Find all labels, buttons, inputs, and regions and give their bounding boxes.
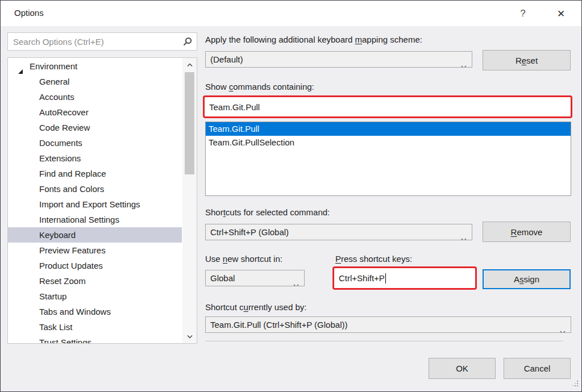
tree-item-label: Preview Features <box>39 245 106 255</box>
use-new-shortcut-label: Use new shortcut in: <box>205 254 282 264</box>
tree-item-documents[interactable]: Documents <box>8 135 182 151</box>
tree-item-extensions[interactable]: Extensions <box>8 151 182 166</box>
mapping-scheme-value: (Default) <box>210 55 243 64</box>
tree-item-label: Fonts and Colors <box>39 184 104 194</box>
tree-item-label: AutoRecover <box>39 107 89 117</box>
close-button[interactable]: ✕ <box>551 5 571 22</box>
ok-button[interactable]: OK <box>429 358 496 379</box>
pressed-keys-annotation-box: Ctrl+Shift+P <box>332 266 477 290</box>
tree-item-code-review[interactable]: Code Review <box>8 120 182 135</box>
text-caret <box>385 273 386 283</box>
tree-item-reset-zoom[interactable]: Reset Zoom <box>8 273 182 289</box>
search-input[interactable] <box>8 33 182 50</box>
tree-item-label: Code Review <box>39 123 90 132</box>
tree-item-startup[interactable]: Startup <box>8 289 182 304</box>
list-item-team-git-pull[interactable]: Team.Git.Pull <box>206 122 571 136</box>
tree-item-label: Find and Replace <box>39 169 106 178</box>
options-tree: Environment General Accounts AutoRecover… <box>7 57 197 344</box>
help-icon: ? <box>520 8 525 19</box>
currently-used-value: Team.Git.Pull (Ctrl+Shift+P (Global)) <box>210 320 347 330</box>
tree-item-fonts-and-colors[interactable]: Fonts and Colors <box>8 181 182 197</box>
titlebar: Options ? ✕ <box>1 1 581 26</box>
cancel-button[interactable]: Cancel <box>504 358 571 379</box>
tree-item-label: Task List <box>39 322 72 332</box>
search-icon[interactable] <box>182 37 192 48</box>
tree-item-environment[interactable]: Environment <box>8 59 182 74</box>
tree-item-label: Trust Settings <box>39 337 92 344</box>
tree-item-keyboard[interactable]: Keyboard <box>8 227 182 243</box>
tree-item-find-and-replace[interactable]: Find and Replace <box>8 166 182 181</box>
pressed-keys-input[interactable]: Ctrl+Shift+P <box>339 268 386 288</box>
tree-item-label: Environment <box>30 61 77 71</box>
scope-combobox[interactable]: Global <box>205 270 305 286</box>
window-title: Options <box>14 8 44 18</box>
tree-item-label: Reset Zoom <box>39 276 86 286</box>
resize-grip-icon[interactable] <box>572 379 579 389</box>
shortcuts-value: Ctrl+Shift+P (Global) <box>210 227 289 237</box>
tree-item-label: Accounts <box>39 92 74 102</box>
shortcuts-for-label: Shortcuts for selected command: <box>205 207 330 217</box>
tree-item-label: Startup <box>39 291 66 301</box>
chevron-down-icon <box>560 323 566 333</box>
tree-item-label: General <box>39 77 69 86</box>
tree-scrollbar[interactable] <box>182 58 197 343</box>
tree-item-task-list[interactable]: Task List <box>8 319 182 335</box>
tree-item-label: Import and Export Settings <box>39 199 140 209</box>
scrollbar-up-icon[interactable] <box>182 59 197 70</box>
chevron-down-icon <box>293 277 299 286</box>
scrollbar-thumb[interactable] <box>185 72 194 174</box>
commands-filter-annotation-box: Team.Git.Pull <box>203 95 572 118</box>
mapping-scheme-label: Apply the following additional keyboard … <box>205 35 422 44</box>
list-item-team-git-pullselection[interactable]: Team.Git.PullSelection <box>206 136 571 149</box>
assign-button[interactable]: Assign <box>483 269 571 289</box>
close-icon: ✕ <box>557 8 565 20</box>
tree-item-accounts[interactable]: Accounts <box>8 89 182 105</box>
currently-used-combobox[interactable]: Team.Git.Pull (Ctrl+Shift+P (Global)) <box>205 316 571 333</box>
help-button[interactable]: ? <box>513 5 533 22</box>
scrollbar-down-icon[interactable] <box>182 331 197 342</box>
commands-filter-input[interactable]: Team.Git.Pull <box>209 97 260 116</box>
chevron-down-icon <box>461 58 467 68</box>
tree-rows: Environment General Accounts AutoRecover… <box>8 59 182 344</box>
tree-item-label: Product Updates <box>39 261 103 270</box>
options-dialog: Options ? ✕ Environment General A <box>0 0 582 392</box>
press-shortcut-keys-label: Press shortcut keys: <box>335 254 412 264</box>
tree-item-label: Tabs and Windows <box>39 307 111 316</box>
tree-item-international-settings[interactable]: International Settings <box>8 212 182 227</box>
reset-button[interactable]: Reset <box>483 50 571 70</box>
chevron-down-icon <box>461 231 467 240</box>
tree-item-trust-settings[interactable]: Trust Settings <box>8 335 182 344</box>
currently-used-label: Shortcut currently used by: <box>205 302 306 312</box>
shortcuts-combobox[interactable]: Ctrl+Shift+P (Global) <box>205 224 472 240</box>
tree-item-label: International Settings <box>39 215 119 224</box>
tree-item-import-export-settings[interactable]: Import and Export Settings <box>8 197 182 212</box>
scope-value: Global <box>210 273 235 283</box>
mapping-scheme-combobox[interactable]: (Default) <box>205 51 472 68</box>
tree-item-product-updates[interactable]: Product Updates <box>8 258 182 273</box>
show-commands-label: Show commands containing: <box>205 82 314 91</box>
tree-item-general[interactable]: General <box>8 74 182 89</box>
search-box <box>7 32 197 51</box>
tree-item-label: Keyboard <box>39 230 76 240</box>
horizontal-divider <box>205 341 563 342</box>
tree-item-tabs-and-windows[interactable]: Tabs and Windows <box>8 304 182 319</box>
tree-item-preview-features[interactable]: Preview Features <box>8 243 182 258</box>
tree-item-autorecover[interactable]: AutoRecover <box>8 105 182 120</box>
remove-button[interactable]: Remove <box>483 222 571 242</box>
tree-item-label: Documents <box>39 138 82 148</box>
command-listbox[interactable]: Team.Git.Pull Team.Git.PullSelection <box>205 122 571 196</box>
tree-item-label: Extensions <box>39 153 81 163</box>
